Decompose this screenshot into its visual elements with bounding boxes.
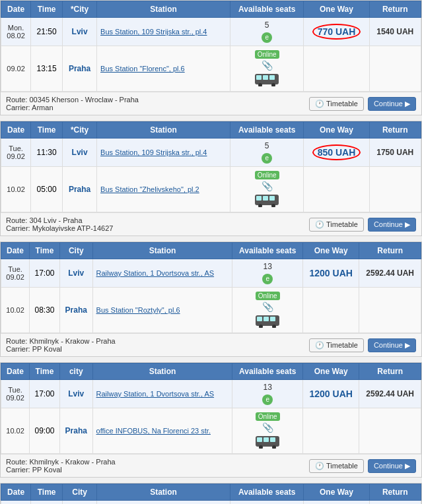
city-cell[interactable]: Lviv xyxy=(63,501,97,505)
date-cell: 10.02 xyxy=(1,288,30,333)
col-header-one-way: One Way xyxy=(302,243,359,259)
continue-button[interactable]: Continue ▶ xyxy=(368,459,416,473)
city-cell[interactable]: Praha xyxy=(63,167,97,212)
svg-rect-2 xyxy=(263,75,268,80)
col-header-date: Date xyxy=(1,243,30,259)
col-header-one-way: One Way xyxy=(304,1,369,18)
col-header-time: Time xyxy=(30,363,60,380)
return-cell: 1540 UAH xyxy=(369,18,421,46)
station-cell[interactable]: Railway Station, 1 Dvortsova str., AS xyxy=(92,259,232,288)
col-header-time: Time xyxy=(30,243,60,259)
station-cell[interactable]: Railway Station, 1 Dvortsova str., AS xyxy=(92,380,232,408)
table-row: Tue.09.0217:00LvivRailway Station, 1 Dvo… xyxy=(1,380,421,408)
oneway-cell: 1200 UAH xyxy=(302,380,359,408)
continue-button[interactable]: Continue ▶ xyxy=(368,338,416,352)
bus-icon xyxy=(254,193,279,209)
col-header-return: Return xyxy=(369,484,421,501)
col-header-available-seats: Available seats xyxy=(230,484,304,501)
station-cell[interactable]: Bus Station, 109 Strijska str., pl.4 xyxy=(97,501,230,505)
svg-rect-14 xyxy=(264,317,269,321)
return-cell xyxy=(369,167,421,212)
eco-badge: e xyxy=(262,153,272,164)
station-cell[interactable]: Bus Station "Zhelivskeho", pl.2 xyxy=(97,167,230,212)
city-cell[interactable]: Praha xyxy=(59,408,92,454)
svg-rect-7 xyxy=(256,196,262,201)
clip-icon: 📎 xyxy=(262,60,273,71)
seats-cell: Online📎 xyxy=(230,46,304,92)
table-row: Tue.09.0211:30LvivBus Station, 109 Strij… xyxy=(1,139,421,167)
svg-rect-20 xyxy=(264,437,269,442)
col-header-date: Date xyxy=(1,484,31,501)
seats-cell: 5e xyxy=(230,18,304,46)
continue-button[interactable]: Continue ▶ xyxy=(368,97,416,111)
table-row: Mon.08.0221:50LvivBus Station, 109 Strij… xyxy=(1,18,421,46)
online-badge: Online xyxy=(255,50,279,59)
online-badge: Online xyxy=(255,171,279,179)
city-cell[interactable]: Praha xyxy=(59,288,92,333)
col-header-available-seats: Available seats xyxy=(232,363,303,380)
clip-icon: 📎 xyxy=(262,181,273,191)
section-footer: Route: 00345 Kherson - Wroclaw - PrahaCa… xyxy=(1,92,421,115)
eco-badge: e xyxy=(262,32,272,43)
online-badge: Online xyxy=(256,292,280,300)
city-cell[interactable]: Lviv xyxy=(59,259,92,288)
section-footer: Route: Khmilnyk - Krakow - PrahaCarrier:… xyxy=(1,333,421,356)
col-header-return: Return xyxy=(369,1,421,18)
table-row: 10.0208:30PrahaBus Station "Roztyly", pl… xyxy=(1,288,421,333)
oneway-cell: 850 UAH xyxy=(304,139,369,167)
route-info: Route: 00345 Kherson - Wroclaw - PrahaCa… xyxy=(6,96,139,111)
time-cell: 05:00 xyxy=(31,167,63,212)
route-info: Route: Khmilnyk - Krakow - PrahaCarrier:… xyxy=(6,337,116,353)
route-section-s2: DateTime*CityStationAvailable seatsOne W… xyxy=(0,121,422,236)
city-cell[interactable]: Lviv xyxy=(63,139,97,167)
svg-rect-8 xyxy=(263,196,268,201)
seats-cell: 5e xyxy=(230,139,304,167)
col-header-city: City xyxy=(63,484,97,501)
station-cell[interactable]: Bus Station "Florenc", pl.6 xyxy=(97,46,230,92)
time-cell: 17:00 xyxy=(30,380,60,408)
col-header-station: Station xyxy=(97,1,230,18)
svg-rect-19 xyxy=(257,437,262,442)
col-header-one-way: One Way xyxy=(304,122,369,139)
station-cell[interactable]: Bus Station, 109 Strijska str., pl.4 xyxy=(97,18,230,46)
svg-rect-3 xyxy=(269,75,275,80)
station-cell[interactable]: Bus Station, 109 Strijska str., pl.4 xyxy=(97,139,230,167)
continue-button[interactable]: Continue ▶ xyxy=(368,218,416,232)
date-cell: Tue.09.02 xyxy=(1,139,31,167)
seats-cell: Online📎 xyxy=(232,408,303,454)
time-cell: 13:15 xyxy=(31,46,63,92)
clock-icon: 🕐 xyxy=(315,462,324,470)
timetable-button[interactable]: 🕐 Timetable xyxy=(309,218,364,232)
timetable-button[interactable]: 🕐 Timetable xyxy=(309,97,364,111)
timetable-button[interactable]: 🕐 Timetable xyxy=(309,338,364,352)
col-header-station: Station xyxy=(97,484,230,501)
bus-icon xyxy=(255,434,280,451)
station-cell[interactable]: Bus Station "Roztyly", pl.6 xyxy=(92,288,232,333)
svg-rect-9 xyxy=(269,196,275,201)
oneway-cell xyxy=(302,288,359,333)
return-cell xyxy=(359,408,421,454)
station-cell[interactable]: office INFOBUS, Na Florenci 23 str. xyxy=(92,408,232,454)
col-header-city: *City xyxy=(63,122,97,139)
seats-cell: 25e xyxy=(230,501,304,505)
oneway-price: 1200 UAH xyxy=(309,268,352,278)
city-cell[interactable]: Praha xyxy=(63,46,97,92)
date-cell: Tue.09.02 xyxy=(1,501,31,505)
col-header-return: Return xyxy=(369,122,421,139)
city-cell[interactable]: Lviv xyxy=(59,380,92,408)
svg-rect-13 xyxy=(257,317,262,321)
col-header-date: Date xyxy=(1,1,31,18)
col-header-available-seats: Available seats xyxy=(232,243,303,259)
eco-badge: e xyxy=(262,394,273,405)
city-cell[interactable]: Lviv xyxy=(63,18,97,46)
col-header-city: *City xyxy=(63,1,97,18)
time-cell: 17:00 xyxy=(30,259,60,288)
col-header-city: city xyxy=(59,363,92,380)
col-header-time: Time xyxy=(31,1,63,18)
oneway-cell: 800 UAH xyxy=(304,501,369,505)
seats-cell: Online📎 xyxy=(230,167,304,212)
date-cell: 09.02 xyxy=(1,46,31,92)
return-cell: 1750 UAH xyxy=(369,139,421,167)
timetable-button[interactable]: 🕐 Timetable xyxy=(309,459,364,473)
table-row: 10.0205:00PrahaBus Station "Zhelivskeho"… xyxy=(1,167,421,212)
